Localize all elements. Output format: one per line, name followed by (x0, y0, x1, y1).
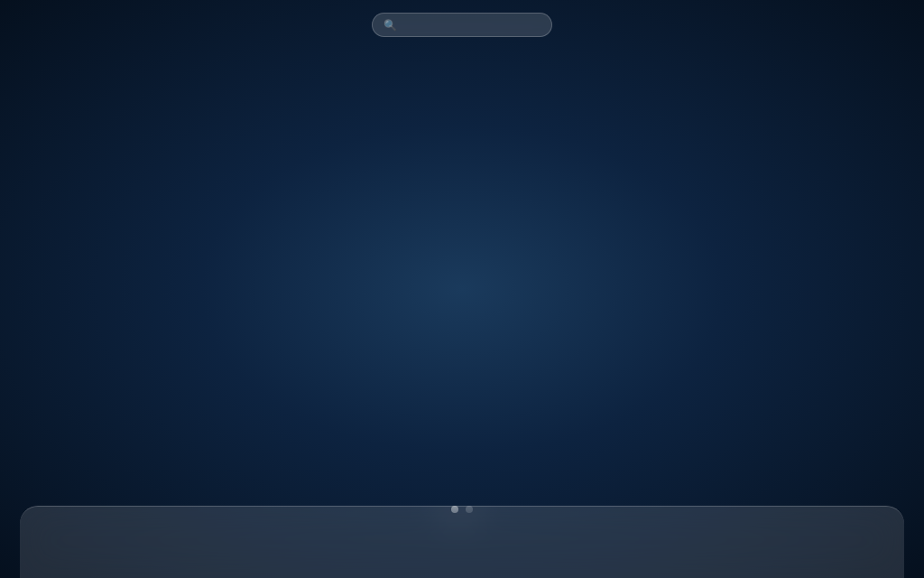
search-bar[interactable]: 🔍 (372, 13, 552, 37)
search-input[interactable] (402, 18, 541, 32)
dock (20, 506, 904, 578)
apps-grid (0, 47, 924, 497)
search-icon: 🔍 (383, 19, 397, 32)
